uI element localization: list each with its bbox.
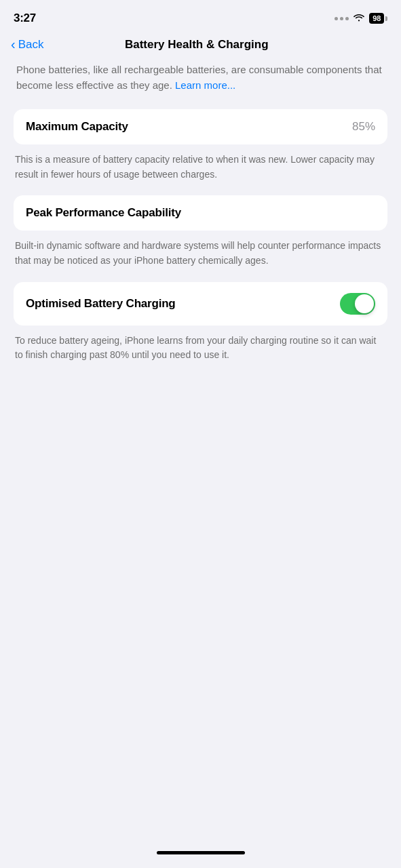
signal-dots-icon bbox=[335, 17, 349, 20]
maximum-capacity-row: Maximum Capacity 85% bbox=[26, 120, 375, 134]
home-indicator bbox=[157, 851, 245, 854]
optimised-charging-toggle[interactable] bbox=[340, 293, 375, 315]
nav-bar: ‹ Back Battery Health & Charging bbox=[0, 34, 401, 62]
optimised-charging-card: Optimised Battery Charging bbox=[14, 282, 387, 326]
learn-more-link[interactable]: Learn more... bbox=[175, 79, 235, 91]
peak-performance-row: Peak Performance Capability bbox=[26, 206, 375, 220]
toggle-thumb bbox=[355, 294, 374, 313]
battery-level: 98 bbox=[369, 13, 384, 24]
page-title: Battery Health & Charging bbox=[3, 38, 390, 52]
maximum-capacity-title: Maximum Capacity bbox=[26, 120, 128, 134]
optimised-charging-title: Optimised Battery Charging bbox=[26, 297, 176, 311]
maximum-capacity-card: Maximum Capacity 85% bbox=[14, 109, 387, 144]
status-time: 3:27 bbox=[14, 12, 36, 25]
maximum-capacity-description: This is a measure of battery capacity re… bbox=[14, 153, 387, 182]
peak-performance-description: Built-in dynamic software and hardware s… bbox=[14, 239, 387, 268]
peak-performance-title: Peak Performance Capability bbox=[26, 206, 181, 220]
maximum-capacity-value: 85% bbox=[352, 120, 375, 134]
peak-performance-card: Peak Performance Capability bbox=[14, 195, 387, 231]
toggle-track bbox=[340, 293, 375, 315]
intro-paragraph: Phone batteries, like all rechargeable b… bbox=[14, 62, 387, 93]
battery-icon: 98 bbox=[369, 13, 387, 24]
optimised-charging-row: Optimised Battery Charging bbox=[26, 293, 375, 315]
status-bar: 3:27 98 bbox=[0, 0, 401, 34]
optimised-charging-description: To reduce battery ageing, iPhone learns … bbox=[14, 334, 387, 363]
status-icons: 98 bbox=[335, 12, 387, 24]
wifi-icon bbox=[353, 12, 365, 24]
main-content: Phone batteries, like all rechargeable b… bbox=[0, 62, 401, 363]
